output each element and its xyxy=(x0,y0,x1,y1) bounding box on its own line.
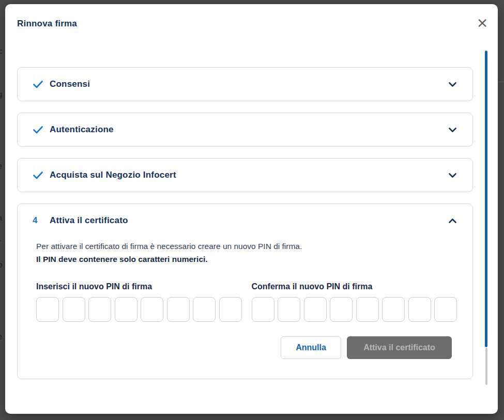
new-pin-input-3[interactable] xyxy=(88,297,111,322)
confirm-pin-input-2[interactable] xyxy=(278,297,300,322)
chevron-down-icon xyxy=(448,82,457,87)
new-pin-input-1[interactable] xyxy=(36,297,59,322)
confirm-pin-input-4[interactable] xyxy=(330,297,353,322)
pin-rule-note: Il PIN deve contenere solo caratteri num… xyxy=(36,253,453,266)
accordion-header-autenticazione[interactable]: Autenticazione xyxy=(18,113,472,146)
new-pin-input-2[interactable] xyxy=(63,297,85,322)
checkmark-icon xyxy=(33,171,43,180)
confirm-pin-input-6[interactable] xyxy=(382,297,405,322)
background-content-edge xyxy=(498,82,504,82)
step-card-negozio: Acquista sul Negozio Infocert xyxy=(17,158,473,192)
step-card-consensi: Consensi xyxy=(17,67,473,101)
action-buttons-row: Annulla Attiva il certificato xyxy=(36,336,453,359)
renew-signature-modal: Rinnova firma × Consensi Autenticazione xyxy=(5,4,498,414)
step-label: Autenticazione xyxy=(50,125,114,135)
step-label: Attiva il certificato xyxy=(50,215,128,226)
step-label: Consensi xyxy=(50,79,90,89)
confirm-pin-label: Conferma il nuovo PIN di firma xyxy=(252,282,457,291)
scrollbar-track xyxy=(485,348,487,385)
new-pin-label: Inserisci il nuovo PIN di firma xyxy=(36,282,242,291)
new-pin-boxes xyxy=(36,297,242,322)
chevron-down-icon xyxy=(448,127,457,133)
accordion-header-attiva-certificato[interactable]: 4 Attiva il certificato xyxy=(18,204,472,237)
confirm-pin-group: Conferma il nuovo PIN di firma xyxy=(252,282,457,322)
confirm-pin-input-7[interactable] xyxy=(408,297,431,322)
step-label: Acquista sul Negozio Infocert xyxy=(50,170,176,180)
accordion-header-consensi[interactable]: Consensi xyxy=(18,68,472,101)
modal-title: Rinnova firma xyxy=(17,19,77,29)
scrollbar-thumb xyxy=(485,51,487,347)
new-pin-group: Inserisci il nuovo PIN di firma xyxy=(36,282,242,322)
activate-certificate-button[interactable]: Attiva il certificato xyxy=(347,336,452,359)
background-overlay: tFgfeiaro•e xyxy=(0,0,5,420)
step-card-autenticazione: Autenticazione xyxy=(17,113,473,147)
new-pin-input-7[interactable] xyxy=(193,297,216,322)
step-number: 4 xyxy=(33,215,43,226)
confirm-pin-input-8[interactable] xyxy=(434,297,457,322)
modal-scrollbar[interactable] xyxy=(485,51,487,385)
confirm-pin-input-5[interactable] xyxy=(356,297,379,322)
chevron-down-icon xyxy=(448,173,457,178)
confirm-pin-input-3[interactable] xyxy=(304,297,327,322)
chevron-up-icon xyxy=(448,218,457,224)
pin-groups-row: Inserisci il nuovo PIN di firma Conferma… xyxy=(36,282,453,322)
new-pin-input-8[interactable] xyxy=(219,297,242,322)
confirm-pin-input-1[interactable] xyxy=(252,297,274,322)
new-pin-input-6[interactable] xyxy=(167,297,190,322)
accordion-header-negozio[interactable]: Acquista sul Negozio Infocert xyxy=(18,159,472,192)
checkmark-icon xyxy=(33,126,43,134)
close-icon[interactable]: × xyxy=(475,15,490,30)
new-pin-input-5[interactable] xyxy=(141,297,163,322)
confirm-pin-boxes xyxy=(252,297,457,322)
new-pin-input-4[interactable] xyxy=(115,297,138,322)
checkmark-icon xyxy=(33,80,43,89)
step-body: Per attivare il certificato di firma è n… xyxy=(18,237,472,359)
step-card-attiva-certificato: 4 Attiva il certificato Per attivare il … xyxy=(17,204,473,379)
cancel-button[interactable]: Annulla xyxy=(281,336,341,359)
pin-description: Per attivare il certificato di firma è n… xyxy=(36,240,453,253)
